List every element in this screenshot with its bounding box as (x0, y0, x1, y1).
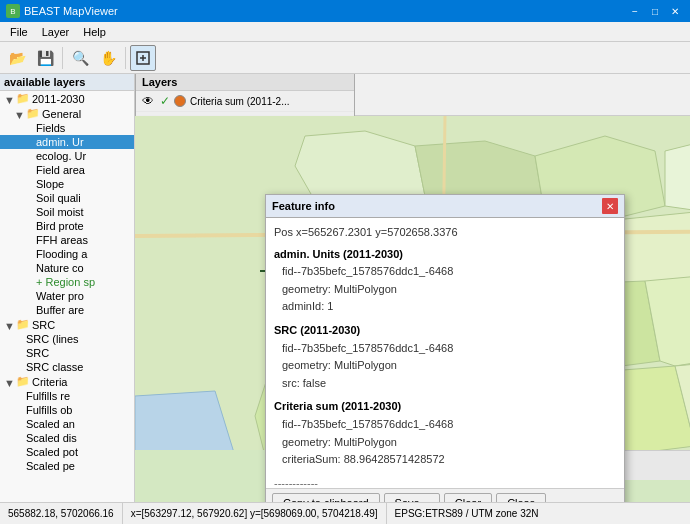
menu-layer[interactable]: Layer (36, 24, 76, 40)
tree-item-src-lines[interactable]: SRC (lines (0, 332, 134, 346)
tree-label: Fulfills re (26, 390, 70, 402)
tree-item-criteria[interactable]: ▼ 📁 Criteria (0, 374, 134, 389)
tree-item-scaled-dis[interactable]: Scaled dis (0, 431, 134, 445)
tree-item-fulfills-re[interactable]: Fulfills re (0, 389, 134, 403)
close-button[interactable]: Close (496, 493, 546, 502)
title-bar-left: B BEAST MapViewer (6, 4, 118, 18)
tree-item-water[interactable]: Water pro (0, 289, 134, 303)
map-area[interactable]: Layers 👁 ✓ Criteria sum (2011-2... 👁 ✓ S… (135, 74, 690, 502)
copy-to-clipboard-button[interactable]: Copy to clipboard (272, 493, 380, 502)
map-toolbar: Layers 👁 ✓ Criteria sum (2011-2... 👁 ✓ S… (135, 74, 690, 116)
toolbar-sep1 (62, 47, 63, 69)
tree-label: General (42, 108, 81, 120)
app-icon: B (6, 4, 20, 18)
dialog-section-admin: admin. Units (2011-2030) fid--7b35befc_1… (274, 246, 616, 316)
status-crs: EPSG:ETRS89 / UTM zone 32N (387, 503, 690, 524)
layer-name-criteria: Criteria sum (2011-2... (190, 96, 350, 107)
tree-item-soil-qual[interactable]: Soil quali (0, 191, 134, 205)
toolbar-save[interactable]: 💾 (32, 45, 58, 71)
menu-file[interactable]: File (4, 24, 34, 40)
dialog-section-src: SRC (2011-2030) fid--7b35befc_1578576ddc… (274, 322, 616, 392)
eye-icon[interactable]: 👁 (140, 93, 156, 109)
tree-item-ecolog[interactable]: ecolog. Ur (0, 149, 134, 163)
status-coord2: x=[563297.12, 567920.62] y=[5698069.00, … (123, 503, 387, 524)
tree-label: SRC (26, 347, 49, 359)
tree-item-flooding[interactable]: Flooding a (0, 247, 134, 261)
tree-label: Scaled pot (26, 446, 78, 458)
section-title-src: SRC (2011-2030) (274, 322, 616, 340)
tree-label: Field area (36, 164, 85, 176)
tree-item-region[interactable]: + Region sp (0, 275, 134, 289)
expand-icon: ▼ (14, 109, 24, 119)
save-button[interactable]: Save... (384, 493, 440, 502)
tree-item-field-area[interactable]: Field area (0, 163, 134, 177)
expand-icon: ▼ (4, 377, 14, 387)
tree-item-fulfills-ob[interactable]: Fulfills ob (0, 403, 134, 417)
left-panel[interactable]: available layers ▼ 📁 2011-2030 ▼ 📁 Gener… (0, 74, 135, 502)
menu-help[interactable]: Help (77, 24, 112, 40)
tree-label: Water pro (36, 290, 84, 302)
tree-item-fields[interactable]: Fields (0, 121, 134, 135)
feature-info-dialog: Feature info ✕ Pos x=565267.2301 y=57026… (265, 194, 625, 502)
tree-item-src-plain[interactable]: SRC (0, 346, 134, 360)
attr-adminid: adminId: 1 (274, 298, 616, 316)
tree-item-soil-moist[interactable]: Soil moist (0, 205, 134, 219)
attr-geom-0: geometry: MultiPolygon (274, 281, 616, 299)
main-area: available layers ▼ 📁 2011-2030 ▼ 📁 Gener… (0, 74, 690, 502)
tree-label: SRC (32, 319, 55, 331)
dialog-close-button[interactable]: ✕ (602, 198, 618, 214)
toolbar-sep2 (125, 47, 126, 69)
tree-label: admin. Ur (36, 136, 84, 148)
tree-item-scaled-pot[interactable]: Scaled pot (0, 445, 134, 459)
tree-label: ecolog. Ur (36, 150, 86, 162)
toolbar-identify[interactable] (130, 45, 156, 71)
layers-panel-header: Layers (136, 74, 354, 91)
tree-item-src-class[interactable]: SRC classe (0, 360, 134, 374)
toolbar-pan[interactable]: ✋ (95, 45, 121, 71)
app-title: BEAST MapViewer (24, 5, 118, 17)
close-button[interactable]: ✕ (666, 3, 684, 19)
tree-item-general[interactable]: ▼ 📁 General (0, 106, 134, 121)
tree-item-slope[interactable]: Slope (0, 177, 134, 191)
tree-label: Flooding a (36, 248, 87, 260)
tree-item-buffer[interactable]: Buffer are (0, 303, 134, 317)
tree-item-admin[interactable]: admin. Ur (0, 135, 134, 149)
section-title-criteria: Criteria sum (2011-2030) (274, 398, 616, 416)
dialog-section-criteria: Criteria sum (2011-2030) fid--7b35befc_1… (274, 398, 616, 468)
attr-geom-2: geometry: MultiPolygon (274, 434, 616, 452)
status-bar: 565882.18, 5702066.16 x=[563297.12, 5679… (0, 502, 690, 524)
dialog-titlebar: Feature info ✕ (266, 195, 624, 218)
available-layers-header: available layers (0, 74, 134, 91)
tree-item-2011-2030[interactable]: ▼ 📁 2011-2030 (0, 91, 134, 106)
tree-label: SRC classe (26, 361, 83, 373)
toolbar-open[interactable]: 📂 (4, 45, 30, 71)
tree-item-nature[interactable]: Nature co (0, 261, 134, 275)
tree-label: Slope (36, 178, 64, 190)
tree-label: Fulfills ob (26, 404, 72, 416)
dialog-position: Pos x=565267.2301 y=5702658.3376 (274, 224, 616, 242)
tree-item-scaled-pe[interactable]: Scaled pe (0, 459, 134, 473)
attr-criteria-sum: criteriaSum: 88.96428571428572 (274, 451, 616, 469)
maximize-button[interactable]: □ (646, 3, 664, 19)
minimize-button[interactable]: − (626, 3, 644, 19)
attr-geom-1: geometry: MultiPolygon (274, 357, 616, 375)
expand-icon: ▼ (4, 320, 14, 330)
tree-label: Soil moist (36, 206, 84, 218)
tree-item-ffh[interactable]: FFH areas (0, 233, 134, 247)
attr-fid-1: fid--7b35befc_1578576ddc1_-6468 (274, 340, 616, 358)
attr-fid-2: fid--7b35befc_1578576ddc1_-6468 (274, 416, 616, 434)
tree-item-bird[interactable]: Bird prote (0, 219, 134, 233)
tree-label: FFH areas (36, 234, 88, 246)
layer-row-criteria[interactable]: 👁 ✓ Criteria sum (2011-2... (136, 91, 354, 112)
folder-icon: 📁 (26, 107, 40, 120)
tree-label: Scaled pe (26, 460, 75, 472)
tree-label: Fields (36, 122, 65, 134)
clear-button[interactable]: Clear (444, 493, 492, 502)
tree-item-scaled-an[interactable]: Scaled an (0, 417, 134, 431)
dialog-buttons: Copy to clipboard Save... Clear Close (266, 488, 624, 502)
tree-item-src[interactable]: ▼ 📁 SRC (0, 317, 134, 332)
expand-icon: ▼ (4, 94, 14, 104)
status-coord1: 565882.18, 5702066.16 (0, 503, 123, 524)
color-swatch (174, 95, 186, 107)
toolbar-zoom-in[interactable]: 🔍 (67, 45, 93, 71)
